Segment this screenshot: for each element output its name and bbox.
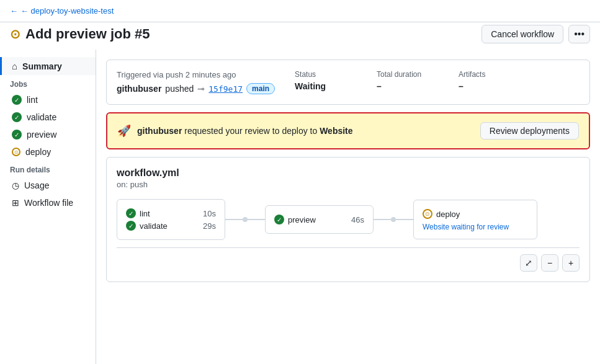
sidebar-item-summary[interactable]: ⌂ Summary bbox=[0, 57, 96, 75]
sidebar-item-validate[interactable]: ✓ validate bbox=[0, 109, 96, 126]
connector-1 bbox=[225, 217, 265, 222]
sidebar-item-lint[interactable]: ✓ lint bbox=[0, 91, 96, 109]
sidebar-item-usage[interactable]: ◷ Usage bbox=[0, 177, 96, 194]
top-actions: Cancel workflow ••• bbox=[481, 25, 590, 43]
lint-job-name: ✓ lint bbox=[126, 208, 150, 218]
job-row-lint: ✓ lint 10s bbox=[126, 207, 216, 220]
breadcrumb-back[interactable]: ← ← deploy-toy-website-test bbox=[10, 6, 114, 16]
run-info-card: Triggered via push 2 minutes ago githubu… bbox=[106, 60, 590, 105]
duration-column: Total duration – bbox=[377, 70, 439, 91]
sidebar-item-deploy[interactable]: ⊙ deploy bbox=[0, 143, 96, 161]
sidebar-run-details-section: Run details bbox=[0, 161, 96, 177]
file-icon: ⊞ bbox=[12, 198, 19, 208]
preview-status-icon: ✓ bbox=[12, 130, 22, 140]
review-environment: Website bbox=[320, 126, 352, 136]
review-user: githubuser bbox=[137, 126, 182, 136]
artifacts-label: Artifacts bbox=[459, 70, 521, 79]
dot-1 bbox=[243, 217, 248, 222]
content-area: Triggered via push 2 minutes ago githubu… bbox=[96, 50, 600, 364]
sidebar: ⌂ Summary Jobs ✓ lint ✓ validate ✓ previ… bbox=[0, 50, 96, 364]
status-value: Waiting bbox=[295, 81, 357, 91]
top-bar: ← ← deploy-toy-website-test bbox=[0, 0, 600, 22]
top-bar-left: ← ← deploy-toy-website-test bbox=[10, 6, 114, 18]
preview-time: 46s bbox=[351, 215, 364, 224]
job-row-validate: ✓ validate 29s bbox=[126, 220, 216, 232]
trigger-section: Triggered via push 2 minutes ago githubu… bbox=[117, 70, 275, 94]
deploy-job-name: ⊙ deploy bbox=[423, 209, 460, 219]
line-2 bbox=[374, 219, 391, 220]
validate-label: validate bbox=[27, 112, 56, 122]
trigger-text: Triggered via push 2 minutes ago bbox=[117, 70, 275, 79]
review-banner: 🚀 githubuser requested your review to de… bbox=[106, 112, 590, 149]
workflow-file-label: Workflow file bbox=[24, 198, 73, 208]
review-text: githubuser requested your review to depl… bbox=[137, 126, 353, 136]
rocket-icon: 🚀 bbox=[117, 124, 131, 138]
more-options-button[interactable]: ••• bbox=[568, 25, 590, 43]
main-layout: ⌂ Summary Jobs ✓ lint ✓ validate ✓ previ… bbox=[0, 50, 600, 364]
sidebar-item-workflow-file[interactable]: ⊞ Workflow file bbox=[0, 194, 96, 211]
artifacts-value: – bbox=[459, 81, 521, 91]
commit-hash-link[interactable]: 15f9e17 bbox=[208, 84, 243, 94]
validate-status-icon: ✓ bbox=[12, 112, 22, 122]
artifacts-column: Artifacts – bbox=[459, 70, 521, 91]
line-2b bbox=[396, 219, 413, 220]
breadcrumb-label: ← deploy-toy-website-test bbox=[20, 6, 114, 16]
workflow-trigger: on: push bbox=[117, 180, 580, 189]
clock-usage-icon: ◷ bbox=[12, 180, 19, 190]
deploy-clock-icon: ⊙ bbox=[423, 209, 432, 219]
dot-2 bbox=[391, 217, 396, 222]
clock-icon: ⊙ bbox=[10, 27, 20, 42]
preview-job-name: ✓ preview bbox=[274, 215, 316, 224]
lint-time: 10s bbox=[203, 209, 216, 218]
expand-button[interactable]: ⤢ bbox=[520, 254, 537, 272]
job-box-deploy: ⊙ deploy Website waiting for review bbox=[413, 200, 537, 239]
home-icon: ⌂ bbox=[12, 61, 17, 71]
preview-check-icon: ✓ bbox=[274, 215, 284, 224]
info-card-top: Triggered via push 2 minutes ago githubu… bbox=[117, 70, 580, 94]
job-box-preview: ✓ preview 46s bbox=[265, 205, 374, 234]
sidebar-item-preview[interactable]: ✓ preview bbox=[0, 126, 96, 143]
workflow-card: workflow.yml on: push ✓ lint 10s ✓ bbox=[106, 157, 590, 282]
line-1b bbox=[248, 219, 265, 220]
job-row-preview: ✓ preview 46s bbox=[274, 213, 364, 226]
sidebar-jobs-section: Jobs bbox=[0, 75, 96, 91]
review-banner-left: 🚀 githubuser requested your review to de… bbox=[117, 124, 353, 138]
preview-label: preview bbox=[27, 130, 56, 140]
deploy-status-icon: ⊙ bbox=[12, 148, 20, 156]
back-arrow-icon: ← bbox=[10, 6, 18, 16]
commit-action: pushed bbox=[165, 84, 194, 94]
job-box-lint-validate: ✓ lint 10s ✓ validate 29s bbox=[117, 199, 225, 240]
commit-user: githubuser bbox=[117, 84, 161, 94]
lint-status-icon: ✓ bbox=[12, 95, 22, 105]
workflow-footer: ⤢ − + bbox=[117, 247, 580, 272]
zoom-in-button[interactable]: + bbox=[562, 254, 580, 272]
validate-job-name: ✓ validate bbox=[126, 221, 168, 231]
line-1 bbox=[225, 219, 243, 220]
lint-check-icon: ✓ bbox=[126, 208, 136, 218]
lint-label: lint bbox=[27, 95, 38, 105]
cancel-workflow-button[interactable]: Cancel workflow bbox=[481, 25, 563, 43]
connector-2 bbox=[374, 217, 413, 222]
workflow-title: workflow.yml bbox=[117, 167, 580, 179]
status-label: Status bbox=[295, 70, 357, 79]
review-deployments-button[interactable]: Review deployments bbox=[480, 122, 579, 140]
commit-line: githubuser pushed ⊸ 15f9e17 main bbox=[117, 83, 275, 94]
pipeline: ✓ lint 10s ✓ validate 29s bbox=[117, 199, 580, 240]
deploy-label: deploy bbox=[25, 147, 51, 157]
validate-check-icon: ✓ bbox=[126, 221, 136, 231]
usage-label: Usage bbox=[24, 180, 49, 190]
deploy-waiting-label: Website waiting for review bbox=[423, 223, 528, 231]
job-row-deploy: ⊙ deploy bbox=[423, 208, 528, 220]
duration-value: – bbox=[377, 81, 439, 91]
duration-label: Total duration bbox=[377, 70, 439, 79]
validate-time: 29s bbox=[203, 221, 216, 231]
status-column: Status Waiting bbox=[295, 70, 357, 91]
sidebar-summary-label: Summary bbox=[22, 61, 62, 71]
branch-badge: main bbox=[246, 83, 275, 94]
commit-connector-icon: ⊸ bbox=[197, 84, 205, 94]
page-title: ⊙ Add preview job #5 bbox=[10, 26, 150, 42]
zoom-out-button[interactable]: − bbox=[541, 254, 558, 272]
review-message-pre: requested your review to deploy to bbox=[184, 126, 317, 136]
